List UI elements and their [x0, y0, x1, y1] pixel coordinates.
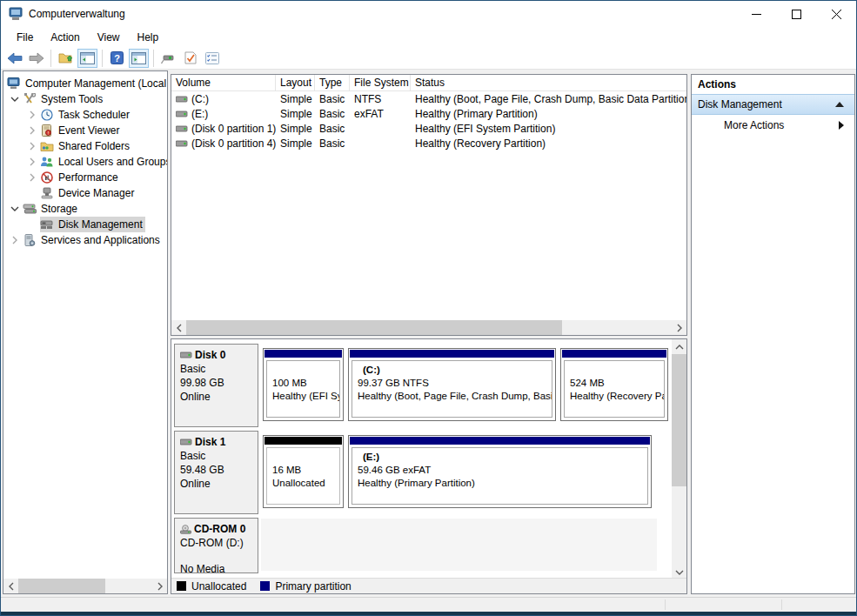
expander-placeholder — [24, 217, 40, 232]
tree-item-device-manager[interactable]: Device Manager — [3, 185, 167, 201]
tree-item-local-users-and-groups[interactable]: Local Users and Groups — [3, 154, 167, 170]
tree-item-event-viewer[interactable]: ! Event Viewer — [3, 123, 167, 138]
scroll-right-icon[interactable] — [672, 320, 686, 335]
tree-item-services-and-applications[interactable]: Services and Applications — [3, 232, 167, 248]
tree-item-label: System Tools — [41, 93, 103, 105]
scrollbar-thumb[interactable] — [186, 320, 562, 335]
more-actions-item[interactable]: More Actions — [692, 115, 854, 136]
more-actions-label: More Actions — [724, 119, 784, 131]
menu-file[interactable]: File — [8, 29, 42, 46]
column-header-layout[interactable]: Layout — [276, 75, 315, 90]
partition-size: 524 MB — [570, 377, 662, 390]
volume-type: Basic — [315, 123, 350, 135]
volume-type: Basic — [315, 93, 350, 105]
disk-view-vertical-scrollbar[interactable] — [672, 339, 686, 579]
volume-status: Healthy (Primary Partition) — [411, 108, 686, 120]
tree-item-label: Local Users and Groups — [58, 156, 168, 168]
disk0-partition-recovery[interactable]: 524 MB Healthy (Recovery Par — [560, 348, 668, 421]
show-action-pane-button[interactable] — [129, 49, 149, 68]
collapse-arrow-icon[interactable] — [835, 102, 844, 107]
toolbar: ? — [1, 47, 856, 70]
volume-list-horizontal-scrollbar[interactable] — [171, 320, 686, 335]
scroll-up-icon[interactable] — [672, 339, 686, 354]
tree-item-computer-management[interactable]: Computer Management (Local — [3, 76, 167, 91]
volume-row[interactable]: (Disk 0 partition 4) Simple Basic Health… — [171, 136, 686, 151]
scroll-left-icon[interactable] — [3, 579, 18, 593]
volume-row[interactable]: (E:) Simple Basic exFAT Healthy (Primary… — [171, 106, 686, 121]
cdrom-media-status: No Media — [180, 562, 254, 576]
close-button[interactable] — [816, 1, 856, 27]
computer-management-window: Computerverwaltung File Action View Help — [0, 0, 857, 616]
column-header-status[interactable]: Status — [411, 75, 686, 90]
partition-type-bar — [264, 437, 342, 445]
disk1-label[interactable]: Disk 1 Basic 59.48 GB Online — [174, 431, 258, 514]
column-header-type[interactable]: Type — [315, 75, 350, 90]
disk-size: 99.98 GB — [180, 376, 254, 390]
chevron-down-icon[interactable] — [7, 91, 23, 107]
forward-icon — [29, 52, 44, 64]
scrollbar-thumb[interactable] — [672, 354, 686, 486]
chevron-down-icon[interactable] — [7, 201, 23, 217]
maximize-button[interactable] — [776, 1, 816, 27]
volume-row[interactable]: (C:) Simple Basic NTFS Healthy (Boot, Pa… — [171, 91, 686, 106]
legend-label-primary: Primary partition — [275, 580, 351, 593]
menu-action[interactable]: Action — [42, 29, 88, 46]
checkmark-document-button[interactable] — [180, 49, 200, 68]
disk0-row: Disk 0 Basic 99.98 GB Online 100 MB Heal… — [171, 341, 667, 428]
tree-item-label: Event Viewer — [58, 124, 119, 137]
disk-kind: Basic — [180, 449, 254, 463]
device-driver-button[interactable] — [158, 49, 178, 68]
chevron-right-icon[interactable] — [7, 232, 23, 248]
actions-group-disk-management[interactable]: Disk Management — [692, 94, 854, 115]
chevron-right-icon[interactable] — [24, 138, 40, 154]
actions-header: Actions — [692, 75, 854, 94]
tree-item-storage[interactable]: Storage — [3, 201, 167, 217]
volume-status: Healthy (Recovery Partition) — [411, 137, 686, 150]
disk1-unallocated[interactable]: 16 MB Unallocated — [263, 435, 344, 508]
volume-layout: Simple — [276, 137, 315, 150]
volume-row[interactable]: (Disk 0 partition 1) Simple Basic Health… — [171, 121, 686, 136]
window-bottom-edge — [1, 612, 856, 616]
scrollbar-thumb[interactable] — [18, 579, 105, 593]
volume-status: Healthy (EFI System Partition) — [411, 123, 686, 135]
minimize-button[interactable] — [736, 1, 776, 27]
tree-item-performance[interactable]: Performance — [3, 170, 167, 185]
chevron-right-icon[interactable] — [24, 154, 40, 170]
tree-item-label: Device Manager — [58, 187, 134, 199]
tree-item-label: Computer Management (Local — [25, 77, 166, 90]
volume-name: (Disk 0 partition 4) — [191, 137, 276, 150]
actions-pane: Actions Disk Management More Actions — [691, 74, 855, 594]
up-folder-button[interactable] — [56, 49, 76, 68]
volume-layout: Simple — [276, 123, 315, 135]
tree-item-disk-management[interactable]: Disk Management — [3, 217, 167, 232]
disk0-partition-efi[interactable]: 100 MB Healthy (EFI Sys — [263, 348, 344, 421]
menu-view[interactable]: View — [89, 29, 129, 46]
chevron-right-icon[interactable] — [24, 170, 40, 185]
partition-type-bar — [264, 350, 342, 358]
tree-item-shared-folders[interactable]: Shared Folders — [3, 138, 167, 154]
help-button[interactable]: ? — [107, 49, 127, 68]
scroll-left-icon[interactable] — [171, 320, 186, 335]
disk-graphical-pane: Disk 0 Basic 99.98 GB Online 100 MB Heal… — [171, 338, 687, 594]
chevron-right-icon[interactable] — [24, 107, 40, 123]
column-header-file-system[interactable]: File System — [350, 75, 411, 90]
disk1-partition-e[interactable]: (E:) 59.46 GB exFAT Healthy (Primary Par… — [348, 435, 652, 508]
menu-help[interactable]: Help — [129, 29, 168, 46]
statusbar-divider — [665, 599, 666, 610]
disk0-partition-c[interactable]: (C:) 99.37 GB NTFS Healthy (Boot, Page F… — [348, 348, 556, 421]
back-icon — [7, 52, 23, 64]
properties-list-button[interactable] — [202, 49, 222, 68]
tree-item-system-tools[interactable]: System Tools — [3, 91, 167, 107]
titlebar: Computerverwaltung — [1, 1, 856, 27]
disk0-label[interactable]: Disk 0 Basic 99.98 GB Online — [174, 344, 258, 427]
show-console-tree-button[interactable] — [77, 49, 97, 68]
disk-name: Disk 1 — [195, 435, 225, 449]
scroll-right-icon[interactable] — [152, 579, 167, 593]
back-button[interactable] — [4, 49, 24, 68]
cdrom-label[interactable]: CD-ROM 0 CD-ROM (D:) No Media — [174, 518, 258, 573]
column-header-volume[interactable]: Volume — [171, 75, 276, 90]
tree-horizontal-scrollbar[interactable] — [3, 579, 167, 593]
tree-item-task-scheduler[interactable]: Task Scheduler — [3, 107, 167, 123]
chevron-right-icon[interactable] — [24, 123, 40, 138]
forward-button[interactable] — [26, 49, 46, 68]
